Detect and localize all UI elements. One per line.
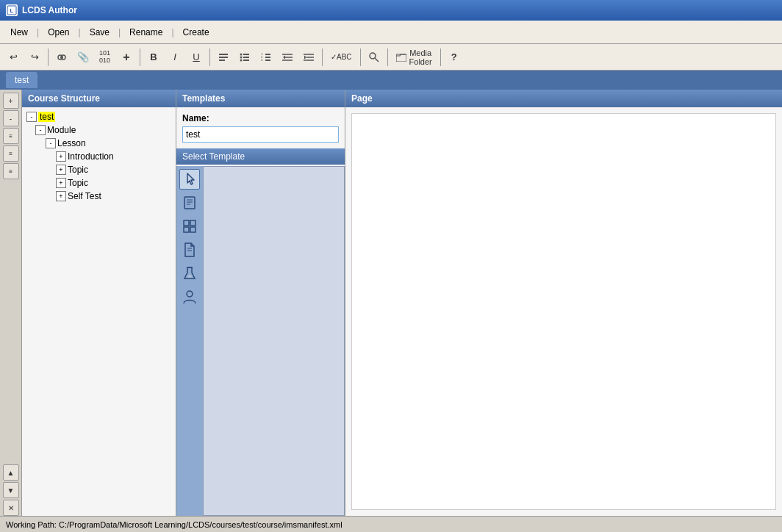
numbering-button[interactable]: 1.2.3. xyxy=(256,47,276,68)
tree-expand-topic1[interactable]: + xyxy=(56,165,66,175)
svg-rect-35 xyxy=(184,220,189,226)
attachment-button[interactable]: 📎 xyxy=(73,47,93,68)
templates-content-area xyxy=(176,166,345,516)
tree-item-selftest[interactable]: + Self Test xyxy=(25,190,173,203)
toolbar-separator-4 xyxy=(322,48,323,66)
svg-point-8 xyxy=(240,53,243,55)
svg-rect-5 xyxy=(219,54,228,55)
svg-line-29 xyxy=(375,58,379,62)
bullets-button[interactable] xyxy=(234,47,255,68)
tree-label-topic1: Topic xyxy=(68,165,88,175)
svg-text:3.: 3. xyxy=(261,58,263,62)
template-interactive-button[interactable] xyxy=(179,169,200,190)
template-person-button[interactable] xyxy=(179,287,200,307)
tree-expand-topic2[interactable]: + xyxy=(56,178,66,188)
template-preview-area xyxy=(203,166,345,516)
status-path: Working Path: C:/ProgramData/Microsoft L… xyxy=(6,520,342,529)
svg-rect-31 xyxy=(184,197,195,209)
insert-button[interactable]: + xyxy=(116,47,137,68)
page-content-area xyxy=(351,113,776,510)
undo-button[interactable]: ↩ xyxy=(3,47,24,68)
tree-item-topic1[interactable]: + Topic xyxy=(25,163,173,176)
tree-item-topic2[interactable]: + Topic xyxy=(25,176,173,190)
menu-new[interactable]: New xyxy=(3,24,35,40)
template-icons-bar xyxy=(176,166,203,516)
menu-open[interactable]: Open xyxy=(40,24,76,40)
media-folder-button[interactable]: MediaFolder xyxy=(391,47,437,68)
template-book-button[interactable] xyxy=(179,193,200,213)
app-title: LCDS Author xyxy=(22,5,77,15)
toolbar: ↩ ↪ 📎 101010 + B I U 1.2.3. ✓ABC MediaFo… xyxy=(0,44,782,71)
name-input[interactable] xyxy=(182,126,339,143)
page-header: Page xyxy=(345,90,782,107)
italic-button[interactable]: I xyxy=(165,47,185,68)
spellcheck-button[interactable]: ✓ABC xyxy=(326,47,357,68)
select-template-header: Select Template xyxy=(176,148,345,165)
tree-label-module: Module xyxy=(47,125,76,135)
tree-expand-selftest[interactable]: + xyxy=(56,191,66,201)
code-button[interactable]: 101010 xyxy=(94,47,115,68)
sidebar-close-button[interactable]: ✕ xyxy=(3,500,19,516)
sidebar-down-button[interactable]: ▼ xyxy=(3,482,19,498)
sidebar-add-button[interactable]: + xyxy=(3,93,19,109)
toolbar-separator-5 xyxy=(360,48,361,66)
name-label: Name: xyxy=(182,113,339,123)
sidebar-icons: + - ≡ ≡ ≡ ▲ ▼ ✕ xyxy=(0,90,22,516)
tree-label-topic2: Topic xyxy=(68,178,88,188)
svg-point-10 xyxy=(240,59,243,61)
redo-button[interactable]: ↪ xyxy=(24,47,45,68)
sidebar-list2-button[interactable]: ≡ xyxy=(3,145,19,162)
svg-point-9 xyxy=(240,56,243,58)
tree-label-selftest: Self Test xyxy=(68,191,101,201)
indent-decrease-button[interactable] xyxy=(277,47,298,68)
sidebar-remove-button[interactable]: - xyxy=(3,110,19,126)
course-structure-panel: Course Structure - test - Module - Lesso… xyxy=(22,90,176,516)
tree-item-lesson[interactable]: - Lesson xyxy=(25,137,173,150)
svg-point-28 xyxy=(370,53,376,59)
toolbar-separator-6 xyxy=(387,48,388,66)
bold-button[interactable]: B xyxy=(143,47,164,68)
toolbar-separator-7 xyxy=(440,48,441,66)
svg-rect-36 xyxy=(190,220,196,226)
tree-expand-test[interactable]: - xyxy=(26,112,37,122)
tab-bar: test xyxy=(0,71,782,90)
tree-expand-module[interactable]: - xyxy=(35,125,46,135)
svg-rect-38 xyxy=(190,227,196,232)
templates-panel: Templates Name: Select Template xyxy=(176,90,345,516)
underline-button[interactable]: U xyxy=(186,47,207,68)
sidebar-list1-button[interactable]: ≡ xyxy=(3,128,19,144)
help-button[interactable]: ? xyxy=(444,47,464,68)
title-bar: L LCDS Author xyxy=(0,0,782,21)
toolbar-separator-1 xyxy=(48,48,49,66)
tree-expand-introduction[interactable]: + xyxy=(56,151,66,162)
format-button[interactable] xyxy=(213,47,234,68)
name-section: Name: xyxy=(176,107,345,148)
tree-item-test[interactable]: - test xyxy=(25,110,173,123)
find-button[interactable] xyxy=(364,47,384,68)
svg-rect-6 xyxy=(219,57,228,58)
menu-bar: New | Open | Save | Rename | Create xyxy=(0,21,782,44)
templates-header: Templates xyxy=(176,90,345,107)
tree-container: - test - Module - Lesson + Introduction … xyxy=(22,107,176,516)
template-grid-button[interactable] xyxy=(179,216,200,237)
svg-rect-7 xyxy=(219,60,225,61)
app-icon: L xyxy=(6,4,18,16)
sidebar-up-button[interactable]: ▲ xyxy=(3,464,19,481)
svg-rect-37 xyxy=(184,227,189,232)
tree-expand-lesson[interactable]: - xyxy=(46,138,56,148)
toolbar-separator-2 xyxy=(140,48,140,66)
sidebar-list3-button[interactable]: ≡ xyxy=(3,163,19,179)
tree-item-module[interactable]: - Module xyxy=(25,123,173,137)
status-bar: Working Path: C:/ProgramData/Microsoft L… xyxy=(0,516,782,532)
tab-test[interactable]: test xyxy=(6,72,37,88)
menu-rename[interactable]: Rename xyxy=(122,24,170,40)
toolbar-separator-3 xyxy=(209,48,210,66)
menu-save[interactable]: Save xyxy=(82,24,117,40)
course-structure-header: Course Structure xyxy=(22,90,176,107)
menu-create[interactable]: Create xyxy=(176,24,217,40)
tree-item-introduction[interactable]: + Introduction xyxy=(25,150,173,163)
indent-increase-button[interactable] xyxy=(298,47,319,68)
link-button[interactable] xyxy=(51,47,72,68)
template-document-button[interactable] xyxy=(179,240,200,260)
template-flask-button[interactable] xyxy=(179,263,200,284)
